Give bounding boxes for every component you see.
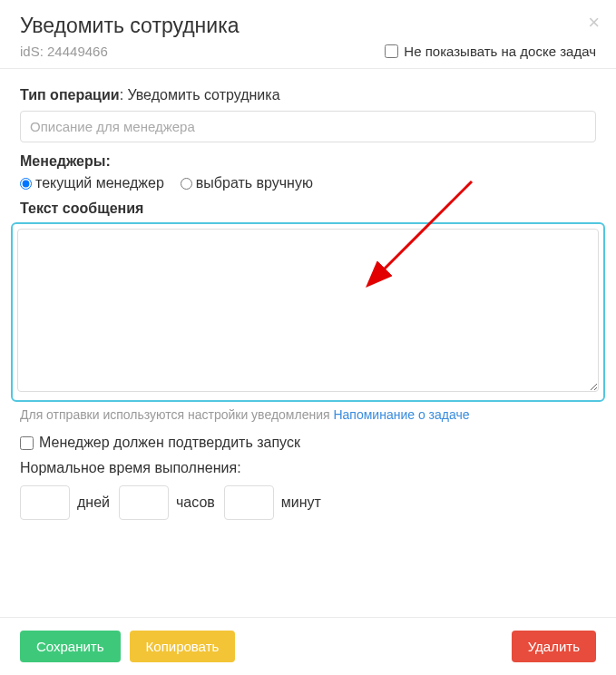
- days-label: дней: [77, 494, 110, 511]
- message-textarea[interactable]: [17, 229, 599, 392]
- radio-current-manager[interactable]: текущий менеджер: [20, 175, 164, 191]
- message-textarea-highlight: [11, 222, 605, 402]
- modal-header: Уведомить сотрудника × idS: 24449466 Не …: [0, 0, 616, 69]
- confirm-launch-checkbox[interactable]: [20, 436, 34, 450]
- hide-on-board-label: Не показывать на доске задач: [404, 44, 596, 59]
- hide-on-board-checkbox[interactable]: [385, 44, 398, 58]
- message-label: Текст сообщения: [20, 201, 596, 217]
- reminder-link[interactable]: Напоминание о задаче: [333, 407, 469, 422]
- manager-description-input[interactable]: [20, 111, 596, 142]
- days-input[interactable]: [20, 485, 70, 520]
- confirm-launch-row[interactable]: Менеджер должен подтвердить запуск: [20, 435, 596, 451]
- operation-type-value: : Уведомить сотрудника: [120, 87, 280, 103]
- operation-type-label: Тип операции: [20, 87, 120, 103]
- radio-current-label: текущий менеджер: [35, 175, 164, 191]
- save-button[interactable]: Сохранить: [20, 631, 121, 662]
- managers-radio-group: текущий менеджер выбрать вручную: [20, 175, 596, 191]
- minutes-label: минут: [281, 494, 321, 511]
- minutes-input[interactable]: [224, 485, 274, 520]
- id-label: idS: 24449466: [20, 44, 108, 59]
- modal-title: Уведомить сотрудника: [20, 14, 596, 38]
- confirm-launch-label: Менеджер должен подтвердить запуск: [39, 435, 300, 451]
- hours-input[interactable]: [119, 485, 169, 520]
- time-inputs-row: дней часов минут: [20, 485, 596, 520]
- radio-current-input[interactable]: [20, 178, 32, 190]
- normal-time-label: Нормальное время выполнения:: [20, 460, 596, 476]
- managers-label: Менеджеры:: [20, 153, 596, 170]
- modal-body: Тип операции: Уведомить сотрудника Менед…: [0, 69, 616, 538]
- hide-on-board-checkbox-wrap[interactable]: Не показывать на доске задач: [385, 44, 596, 59]
- radio-manual-input[interactable]: [181, 178, 192, 190]
- operation-type-row: Тип операции: Уведомить сотрудника: [20, 87, 280, 103]
- radio-manual-select[interactable]: выбрать вручную: [181, 175, 313, 191]
- radio-manual-label: выбрать вручную: [196, 175, 313, 191]
- hint-text: Для отправки используются настройки увед…: [20, 407, 333, 422]
- notification-hint: Для отправки используются настройки увед…: [20, 407, 596, 422]
- modal-footer: Сохранить Копировать Удалить: [0, 617, 616, 675]
- delete-button[interactable]: Удалить: [512, 631, 596, 662]
- hours-label: часов: [176, 494, 215, 511]
- close-icon[interactable]: ×: [588, 11, 600, 34]
- copy-button[interactable]: Копировать: [130, 631, 236, 662]
